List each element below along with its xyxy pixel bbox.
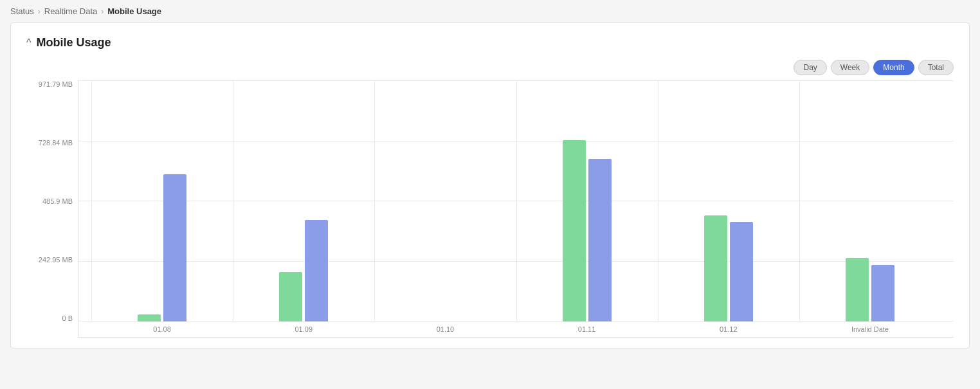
card-header: ^ Mobile Usage	[26, 36, 954, 50]
total-button[interactable]: Total	[918, 60, 954, 75]
breadcrumb-current: Mobile Usage	[107, 6, 161, 16]
x-label-4: 01.12	[658, 325, 799, 333]
x-label-2: 01.10	[374, 325, 516, 333]
bar-green-0	[138, 314, 161, 321]
month-button[interactable]: Month	[873, 60, 914, 75]
bar-green-1	[279, 272, 302, 321]
bar-blue-1	[305, 220, 328, 321]
breadcrumb-separator-1: ›	[38, 7, 41, 16]
bar-group-0	[91, 174, 233, 321]
y-label-1: 728.84 MB	[39, 139, 73, 147]
x-labels: 01.0801.0901.1001.1101.12Invalid Date	[78, 321, 954, 337]
bar-group-1	[233, 220, 374, 321]
week-button[interactable]: Week	[831, 60, 869, 75]
collapse-icon[interactable]: ^	[26, 37, 32, 49]
chart-area: 971.79 MB 728.84 MB 485.9 MB 242.95 MB 0…	[26, 80, 954, 338]
breadcrumb: Status › Realtime Data › Mobile Usage	[0, 0, 980, 23]
chart-inner: 01.0801.0901.1001.1101.12Invalid Date	[78, 80, 954, 338]
bar-blue-5	[871, 265, 894, 321]
y-label-2: 485.9 MB	[42, 197, 73, 205]
bar-green-3	[563, 140, 586, 321]
x-label-0: 01.08	[91, 325, 233, 333]
y-axis: 971.79 MB 728.84 MB 485.9 MB 242.95 MB 0…	[26, 80, 78, 338]
bar-blue-3	[588, 159, 612, 321]
y-label-4: 0 B	[62, 314, 73, 322]
bars-container	[78, 80, 954, 321]
bar-group-5	[799, 258, 941, 321]
breadcrumb-separator-2: ›	[101, 7, 104, 16]
y-label-3: 242.95 MB	[39, 256, 73, 264]
x-label-1: 01.09	[233, 325, 374, 333]
breadcrumb-status[interactable]: Status	[10, 6, 34, 16]
bar-blue-0	[163, 174, 186, 321]
day-button[interactable]: Day	[794, 60, 826, 75]
x-label-5: Invalid Date	[799, 325, 941, 333]
mobile-usage-card: ^ Mobile Usage Day Week Month Total 971.…	[10, 23, 970, 348]
card-title: Mobile Usage	[37, 36, 111, 50]
bar-green-4	[704, 215, 727, 321]
bar-blue-4	[730, 222, 753, 321]
breadcrumb-realtime[interactable]: Realtime Data	[44, 6, 97, 16]
bar-green-5	[846, 258, 869, 321]
bar-group-3	[516, 140, 658, 321]
y-label-0: 971.79 MB	[39, 80, 73, 88]
time-controls: Day Week Month Total	[26, 60, 954, 75]
bar-group-4	[658, 215, 799, 321]
x-label-3: 01.11	[516, 325, 658, 333]
